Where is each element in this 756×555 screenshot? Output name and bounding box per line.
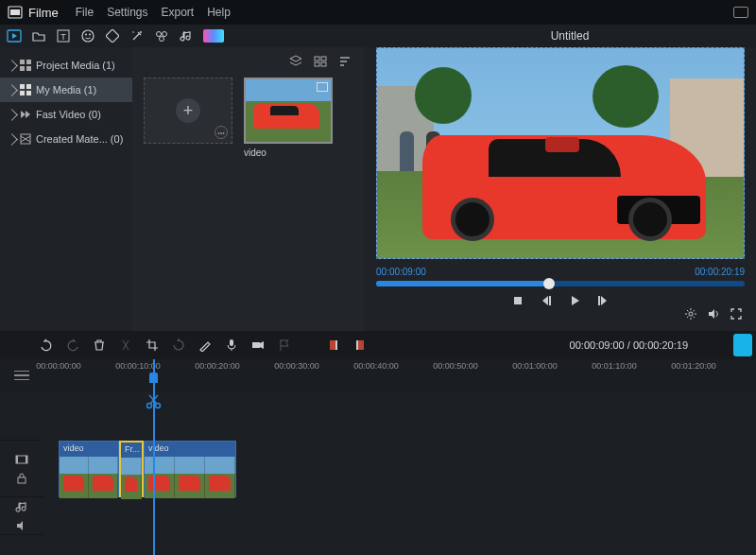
clip-label: video	[60, 442, 118, 457]
trash-icon[interactable]	[93, 338, 106, 352]
flag-icon[interactable]	[278, 338, 291, 352]
ruler-tick-label: 00:01:00:00	[512, 361, 558, 371]
video-track-icon[interactable]	[15, 453, 28, 466]
media-clip-video[interactable]: video	[244, 78, 333, 158]
blur-icon[interactable]	[105, 28, 120, 43]
next-frame-icon[interactable]	[596, 294, 610, 307]
timeline-ruler[interactable]: 00:00:00:0000:00:10:0000:00:20:0000:00:3…	[0, 359, 756, 391]
playhead[interactable]	[153, 359, 155, 555]
svg-marker-41	[260, 341, 264, 349]
svg-marker-37	[709, 309, 714, 319]
chapter-button[interactable]	[733, 334, 752, 356]
sidebar-item-label: Created Mate... (0)	[36, 133, 123, 145]
svg-rect-30	[514, 297, 522, 304]
sidebar-item-created-materials[interactable]: Created Mate... (0)	[0, 127, 132, 151]
track-menu-icon[interactable]	[14, 371, 29, 381]
media-tab-icon[interactable]	[7, 28, 22, 43]
svg-rect-49	[16, 456, 18, 463]
svg-rect-17	[20, 66, 25, 71]
effects-icon[interactable]	[129, 28, 145, 43]
play-icon[interactable]	[568, 294, 581, 307]
split-icon[interactable]	[119, 338, 132, 352]
lock-icon[interactable]	[15, 472, 28, 485]
media-bin: + ••• video	[132, 47, 365, 331]
svg-marker-23	[21, 111, 26, 118]
project-sidebar: Project Media (1) My Media (1) Fast Vide…	[0, 47, 132, 331]
clip-label: video	[145, 442, 235, 457]
mic-icon[interactable]	[225, 338, 238, 352]
ruler-tick-label: 00:00:50:00	[433, 361, 478, 371]
svg-rect-29	[321, 62, 326, 66]
layers-icon[interactable]	[289, 55, 302, 68]
scissors-icon[interactable]	[146, 393, 162, 409]
import-media-button[interactable]: + •••	[144, 78, 232, 144]
svg-rect-43	[335, 340, 337, 350]
svg-rect-50	[26, 456, 27, 463]
preview-current-time: 00:00:09:00	[376, 267, 426, 277]
text-icon[interactable]: T	[56, 28, 71, 43]
grid-view-icon[interactable]	[314, 55, 327, 68]
redo-icon[interactable]	[66, 338, 79, 352]
sidebar-item-fast-video[interactable]: Fast Video (0)	[0, 102, 132, 127]
title-bar: Filme File Settings Export Help	[0, 0, 756, 25]
import-options-icon[interactable]: •••	[215, 126, 228, 139]
svg-rect-1	[10, 9, 20, 15]
volume-icon[interactable]	[707, 307, 720, 321]
svg-rect-15	[20, 60, 25, 64]
svg-point-13	[163, 32, 167, 37]
speed-icon[interactable]	[154, 28, 169, 43]
sidebar-item-label: Project Media (1)	[36, 60, 115, 71]
preview-viewport[interactable]	[376, 47, 745, 259]
rotate-icon[interactable]	[172, 338, 185, 352]
open-icon[interactable]	[31, 28, 46, 43]
svg-point-12	[157, 32, 162, 37]
keyboard-shortcuts-icon[interactable]	[733, 7, 748, 18]
mute-icon[interactable]	[15, 519, 28, 532]
marker-in-icon[interactable]	[327, 338, 340, 352]
svg-marker-34	[601, 296, 607, 305]
menu-export[interactable]: Export	[161, 6, 194, 19]
ribbon-toolbar: T Untitled	[0, 25, 756, 47]
app-logo-icon	[8, 6, 23, 19]
color-grade-icon[interactable]	[203, 29, 224, 43]
svg-marker-31	[542, 296, 548, 305]
svg-marker-52	[17, 521, 23, 530]
color-adjust-icon[interactable]	[198, 338, 212, 352]
settings-gear-icon[interactable]	[684, 307, 697, 321]
timeline-timecode: 00:00:09:00 / 00:00:20:19	[570, 339, 688, 351]
timeline-clip[interactable]: video	[144, 441, 236, 497]
sticker-icon[interactable]	[80, 28, 95, 43]
timeline-clip[interactable]: video	[59, 441, 119, 497]
audio-icon[interactable]	[179, 28, 194, 43]
svg-text:T: T	[60, 32, 66, 42]
ruler-tick-label: 00:01:20:00	[671, 361, 716, 371]
fullscreen-icon[interactable]	[730, 307, 743, 321]
video-track-row[interactable]: videoFr...video	[43, 441, 756, 497]
preview-title: Untitled	[390, 29, 749, 43]
timeline-tracks: videoFr...video	[0, 391, 756, 555]
clip-label: Fr...	[121, 442, 142, 458]
crop-icon[interactable]	[146, 338, 159, 352]
menu-file[interactable]: File	[76, 6, 94, 19]
timeline-toolbar: 00:00:09:00 / 00:00:20:19	[0, 331, 756, 359]
stop-icon[interactable]	[511, 294, 524, 307]
media-clip-label: video	[244, 147, 333, 158]
add-to-timeline-icon[interactable]	[317, 82, 328, 92]
audio-track-icon[interactable]	[15, 500, 28, 513]
timeline-clip[interactable]: Fr...	[119, 441, 144, 497]
svg-point-7	[85, 34, 87, 36]
undo-icon[interactable]	[40, 338, 53, 352]
cam-icon[interactable]	[251, 338, 265, 352]
prev-frame-icon[interactable]	[540, 294, 553, 307]
menu-settings[interactable]: Settings	[107, 6, 147, 19]
sidebar-item-project-media[interactable]: Project Media (1)	[0, 53, 132, 78]
audio-track-row[interactable]	[43, 509, 756, 546]
sort-icon[interactable]	[338, 55, 352, 68]
svg-rect-26	[315, 57, 319, 61]
svg-rect-18	[26, 66, 31, 71]
marker-out-icon[interactable]	[353, 338, 367, 352]
svg-point-10	[140, 31, 142, 33]
sidebar-item-my-media[interactable]: My Media (1)	[0, 78, 132, 102]
menu-help[interactable]: Help	[207, 6, 231, 19]
track-body[interactable]: videoFr...video	[43, 391, 756, 555]
